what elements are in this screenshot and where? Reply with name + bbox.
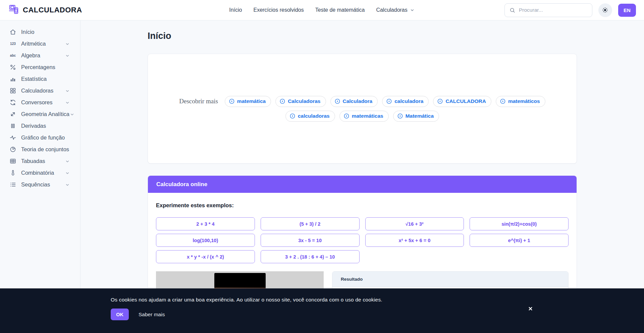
sidebar-item-label: Sequências — [21, 181, 65, 188]
sidebar-item-percentagens[interactable]: Percentagens — [0, 61, 80, 73]
discover-card: Descobrir maismatemáticaCalculadorasCalc… — [148, 54, 577, 164]
sidebar-item-calculadoras[interactable]: Calculadoras — [0, 85, 80, 97]
abc-icon — [9, 52, 16, 59]
result-panel-title: Resultado — [341, 277, 363, 282]
search-icon — [509, 7, 516, 13]
example-expression-button[interactable]: sin(π/2)+cos(0) — [470, 217, 569, 230]
chevron-down-icon — [65, 170, 70, 176]
main-content: Início Descobrir maismatemáticaCalculado… — [80, 20, 644, 333]
list-lines-icon — [9, 181, 16, 188]
language-button[interactable]: EN — [618, 4, 636, 17]
sidebar-item-aritm-tica[interactable]: Aritmética — [0, 38, 80, 50]
example-expression-button[interactable]: log(100,10) — [156, 234, 255, 247]
zap-circle-icon — [386, 98, 392, 104]
sidebar-item-in-cio[interactable]: Início — [0, 26, 80, 38]
search-tag-chip[interactable]: Calculadora — [330, 96, 378, 107]
nav-item-label: Teste de matemática — [315, 7, 365, 13]
zap-circle-icon — [343, 113, 350, 119]
sidebar-item-label: Combinatória — [21, 170, 65, 176]
search-tag-chip[interactable]: matemáticos — [496, 96, 545, 107]
sidebar-item-derivadas[interactable]: Derivadas — [0, 120, 80, 132]
grid-icon — [9, 87, 16, 94]
numbers-123-icon — [9, 40, 16, 47]
search-tag-chip[interactable]: calculadoras — [285, 111, 335, 122]
search-tag-chip[interactable]: matemática — [225, 96, 271, 107]
example-expression-button[interactable]: 3 + 2 . (18 : 6 + 4) – 10 — [261, 250, 360, 263]
sidebar-item-sequ-ncias[interactable]: Sequências — [0, 179, 80, 190]
nav-item-in-cio[interactable]: Início — [229, 7, 242, 13]
sidebar-item-label: Calculadoras — [21, 88, 65, 94]
search-tag-chip[interactable]: CALCULADORA — [433, 96, 491, 107]
sidebar-item-label: Tabuadas — [21, 158, 65, 164]
zap-circle-icon — [397, 113, 403, 119]
example-expression-button[interactable]: x * y * -x / (x ^ 2) — [156, 250, 255, 263]
zap-circle-icon — [229, 98, 235, 104]
example-expression-button[interactable]: (5 + 3) / 2 — [261, 217, 360, 230]
calculator-card-title: Calculadora online — [156, 181, 207, 188]
diagonal-arrows-icon — [9, 111, 16, 118]
sidebar-item-label: Teoria de conjuntos — [21, 146, 70, 153]
example-expression-button[interactable]: 2 + 3 * 4 — [156, 217, 255, 230]
cookie-learn-more-link[interactable]: Saber mais — [139, 312, 165, 318]
home-icon — [9, 29, 16, 36]
percent-icon — [9, 64, 16, 71]
cookie-banner: Os cookies nos ajudam a criar uma boa ex… — [0, 288, 644, 333]
tag-label: calculadora — [394, 98, 423, 104]
thermometer-icon — [9, 169, 16, 176]
tag-label: matemáticos — [508, 98, 540, 104]
table-grid-icon — [9, 158, 16, 165]
example-expression-button[interactable]: e^(πi) + 1 — [470, 234, 569, 247]
example-expression-button[interactable]: x² + 5x + 6 = 0 — [365, 234, 464, 247]
search-input[interactable] — [519, 7, 588, 13]
examples-grid: 2 + 3 * 4(5 + 3) / 2√16 + 3²sin(π/2)+cos… — [156, 217, 569, 263]
tag-label: matemática — [237, 98, 266, 104]
sidebar-item-tabuadas[interactable]: Tabuadas — [0, 155, 80, 167]
waveform-icon — [9, 134, 16, 141]
zap-circle-icon — [289, 113, 296, 119]
sidebar-item-label: Aritmética — [21, 41, 65, 47]
sidebar-item-label: Geometria Analítica — [21, 111, 69, 117]
tag-label: Calculadora — [343, 98, 373, 104]
cookie-close-button[interactable] — [528, 306, 533, 312]
sidebar-item-conversores[interactable]: Conversores — [0, 97, 80, 108]
search-tag-chip[interactable]: Calculadoras — [275, 96, 326, 107]
sidebar: InícioAritméticaAlgebraPercentagensEstat… — [0, 20, 80, 333]
brand[interactable]: CALCULADORA — [8, 4, 152, 16]
cookie-ok-button[interactable]: OK — [111, 309, 129, 320]
search-tag-chip[interactable]: matemáticas — [339, 111, 389, 122]
sidebar-item-label: Percentagens — [21, 64, 70, 70]
chevron-down-icon — [410, 7, 415, 13]
convert-arrows-icon — [9, 99, 16, 106]
example-expression-button[interactable]: √16 + 3² — [365, 217, 464, 230]
chevron-down-icon — [65, 88, 70, 94]
tag-label: CALCULADORA — [445, 98, 486, 104]
page-title: Início — [148, 31, 577, 41]
zap-circle-icon — [279, 98, 285, 104]
nav-item-exerc-cios-resolvidos[interactable]: Exercícios resolvidos — [253, 7, 304, 13]
sun-icon — [602, 7, 608, 13]
tag-label: matemáticas — [352, 113, 383, 119]
sidebar-item-teoria-de-conjuntos[interactable]: Teoria de conjuntos — [0, 144, 80, 155]
nav-item-teste-de-matem-tica[interactable]: Teste de matemática — [315, 7, 365, 13]
theme-toggle-button[interactable] — [598, 3, 612, 17]
sidebar-item-estat-stica[interactable]: Estatística — [0, 73, 80, 85]
search-tag-chip[interactable]: calculadora — [382, 96, 429, 107]
calculator-devices-icon — [8, 4, 19, 16]
sidebar-item-algebra[interactable]: Algebra — [0, 50, 80, 61]
sidebar-item-geometria-anal-tica[interactable]: Geometria Analítica — [0, 108, 80, 120]
search-box[interactable] — [504, 3, 592, 17]
tag-label: calculadoras — [298, 113, 330, 119]
chevron-down-icon — [65, 53, 70, 58]
sidebar-item-label: Estatística — [21, 76, 70, 82]
example-expression-button[interactable]: 3x - 5 = 10 — [261, 234, 360, 247]
calculator-card-header: Calculadora online — [148, 176, 577, 193]
sidebar-item-gr-fico-de-fun-o[interactable]: Gráfico de função — [0, 132, 80, 144]
nav-item-label: Calculadoras — [376, 7, 407, 13]
search-tag-chip[interactable]: Matemática — [393, 111, 439, 122]
examples-heading: Experimente estes exemplos: — [156, 202, 569, 209]
sidebar-item-combinat-ria[interactable]: Combinatória — [0, 167, 80, 179]
sidebar-item-label: Gráfico de função — [21, 134, 70, 141]
cookie-message: Os cookies nos ajudam a criar uma boa ex… — [111, 297, 533, 303]
sidebar-item-label: Início — [21, 29, 70, 35]
nav-item-calculadoras[interactable]: Calculadoras — [376, 7, 415, 13]
